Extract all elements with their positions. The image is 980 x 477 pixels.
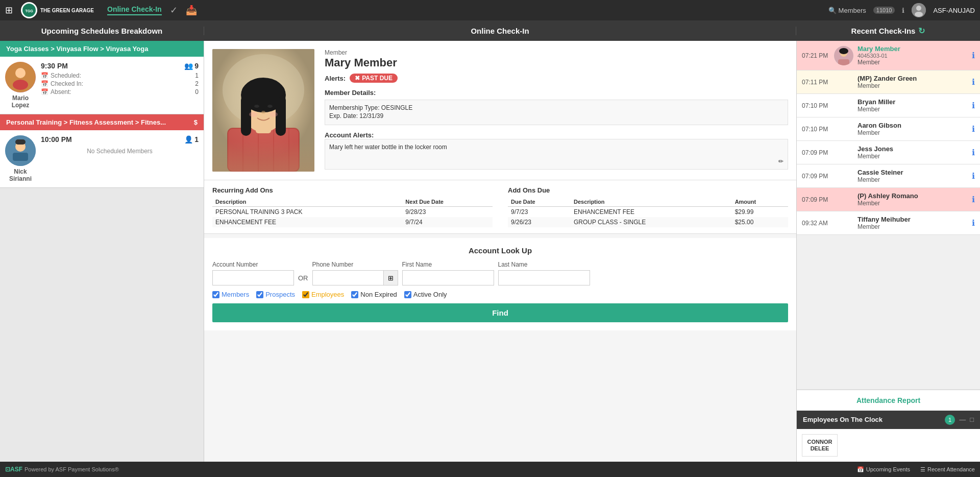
- inbox-icon[interactable]: 📥: [186, 5, 197, 16]
- member-profile-area: Member Mary Member Alerts: PAST DUE Memb…: [204, 41, 796, 180]
- svg-point-7: [13, 80, 28, 90]
- recent-attendance-button[interactable]: ☰ Recent Attendance: [920, 466, 975, 473]
- employees-minimize-icon[interactable]: —: [959, 416, 966, 423]
- info-icon-tiffany[interactable]: ℹ: [972, 218, 975, 228]
- active-only-checkbox-label: Active Only: [413, 291, 447, 298]
- edit-icon[interactable]: ✏: [778, 158, 783, 165]
- employees-checkbox-item[interactable]: Employees: [302, 291, 344, 298]
- account-alerts-text: Mary left her water bottle in the locker…: [329, 144, 447, 151]
- last-name-label: Last Name: [498, 261, 590, 268]
- first-name-field-group: First Name: [402, 261, 494, 285]
- svg-point-30: [270, 112, 278, 117]
- refresh-icon[interactable]: ↻: [918, 26, 925, 36]
- yoga-people: 👥 9: [184, 62, 199, 70]
- checkin-name-mary: Mary Member: [857, 45, 968, 53]
- info-icon-zander[interactable]: ℹ: [972, 77, 975, 87]
- details-table: Membership Type: OESINGLE Exp. Date: 12/…: [325, 100, 788, 125]
- upcoming-events-button[interactable]: 📅 Upcoming Events: [857, 466, 910, 473]
- active-only-checkbox[interactable]: [404, 291, 411, 298]
- past-due-badge: PAST DUE: [350, 74, 398, 83]
- membership-type-row: Membership Type: OESINGLE: [329, 104, 783, 111]
- checkin-name-aaron: Aaron Gibson: [857, 122, 968, 129]
- svg-point-27: [267, 105, 273, 108]
- active-only-checkbox-item[interactable]: Active Only: [404, 291, 447, 298]
- svg-point-3: [916, 6, 921, 11]
- employees-checkbox-label: Employees: [311, 291, 344, 298]
- find-button[interactable]: Find: [212, 303, 788, 322]
- employees-header: Employees On The Clock 1 — □: [797, 411, 980, 429]
- due-desc-header: Description: [571, 197, 732, 207]
- info-icon-bryan[interactable]: ℹ: [972, 101, 975, 110]
- info-icon-jess[interactable]: ℹ: [972, 148, 975, 157]
- employees-expand-icon[interactable]: □: [970, 416, 974, 423]
- exp-date-row: Exp. Date: 12/31/39: [329, 112, 783, 120]
- members-search[interactable]: 🔍 Members: [828, 7, 866, 14]
- info-icon-aaron[interactable]: ℹ: [972, 124, 975, 134]
- grid-menu-icon[interactable]: ⊞: [5, 5, 13, 16]
- member-details-section: Member Details: Membership Type: OESINGL…: [325, 89, 788, 125]
- asf-logo-icon: ⊡ASF: [5, 466, 22, 473]
- checkin-role-mary: Member: [857, 59, 968, 66]
- checkin-time-mary: 07:21 PM: [802, 52, 830, 59]
- mario-name: MarioLopez: [5, 94, 36, 109]
- nick-avatar-wrap: NickSirianni: [5, 135, 36, 182]
- account-alerts-section: Account Alerts: Mary left her water bott…: [325, 131, 788, 170]
- checkin-info-ashley: (P) Ashley Romano Member: [857, 192, 968, 207]
- calendar-icon: 📅: [41, 72, 48, 79]
- info-icon-cassie[interactable]: ℹ: [972, 171, 975, 181]
- table-row: PERSONAL TRAINING 3 PACK 9/28/23: [212, 207, 493, 218]
- employees-section: Employees On The Clock 1 — □ CONNORDELEE: [797, 411, 980, 462]
- lookup-fields: Account Number OR Phone Number ⊞ First N…: [212, 261, 788, 285]
- checkin-item-tiffany: 09:32 AM Tiffany Meihuber Member ℹ: [797, 211, 980, 235]
- schedule-card-personal: Personal Training > Fitness Assessment >…: [0, 114, 204, 188]
- mario-avatar: [5, 62, 36, 92]
- phone-number-input[interactable]: [312, 270, 384, 285]
- non-expired-checkbox[interactable]: [351, 291, 358, 298]
- info-icon-ashley[interactable]: ℹ: [972, 195, 975, 204]
- addons-due-table: Due Date Description Amount 9/7/23 ENHAN…: [508, 197, 788, 227]
- checkin-role-zander: Member: [857, 82, 968, 89]
- table-row: ENHANCEMENT FEE 9/7/24: [212, 217, 493, 227]
- people-icon: 👥: [184, 62, 193, 70]
- user-avatar[interactable]: [912, 3, 926, 17]
- nick-avatar: [5, 135, 36, 166]
- recurring-addons-heading: Recurring Add Ons: [212, 186, 493, 194]
- personal-card-header[interactable]: Personal Training > Fitness Assessment >…: [0, 114, 204, 130]
- last-name-input[interactable]: [498, 270, 590, 285]
- checkin-name-cassie: Cassie Steiner: [857, 169, 968, 176]
- due-row2-desc: GROUP CLASS - SINGLE: [571, 217, 732, 227]
- first-name-input[interactable]: [402, 270, 494, 285]
- nick-name: NickSirianni: [5, 168, 36, 182]
- phone-input-wrap: ⊞: [312, 270, 398, 285]
- checkin-name-ashley: (P) Ashley Romano: [857, 192, 968, 200]
- non-expired-checkbox-item[interactable]: Non Expired: [351, 291, 397, 298]
- active-nav-link[interactable]: Online Check-In: [107, 5, 162, 15]
- member-count-badge: 11010: [873, 7, 895, 14]
- checkin-name-jess: Jess Jones: [857, 145, 968, 153]
- employees-checkbox[interactable]: [302, 291, 309, 298]
- members-checkbox-item[interactable]: Members: [212, 291, 249, 298]
- checkmark-icon[interactable]: ✓: [170, 5, 178, 16]
- svg-rect-14: [228, 128, 299, 172]
- left-section-header: Upcoming Schedules Breakdown: [0, 27, 204, 35]
- yoga-card-header[interactable]: Yoga Classes > Vinyasa Flow > Vinyasa Yo…: [0, 41, 204, 57]
- employees-count: 1: [945, 415, 955, 425]
- checkin-info-mary: Mary Member 4045303-01 Member: [857, 45, 968, 66]
- personal-people: 👤 1: [184, 135, 199, 144]
- mario-avatar-placeholder: [5, 62, 36, 92]
- prospects-checkbox[interactable]: [256, 291, 263, 298]
- members-checkbox[interactable]: [212, 291, 219, 298]
- prospects-checkbox-item[interactable]: Prospects: [256, 291, 295, 298]
- yoga-checkedin-row: 📅 Checked In: 2: [41, 80, 199, 87]
- checkin-time-aaron: 07:10 PM: [802, 126, 830, 133]
- phone-lookup-button[interactable]: ⊞: [384, 270, 398, 285]
- attendance-report-button[interactable]: Attendance Report: [797, 389, 980, 411]
- bottom-bar: ⊡ASF Powered by ASF Payment Solutions® 📅…: [0, 462, 980, 477]
- info-icon-mary[interactable]: ℹ: [972, 51, 975, 60]
- member-details-heading: Member Details:: [325, 89, 788, 97]
- yoga-header-text: Yoga Classes > Vinyasa Flow > Vinyasa Yo…: [6, 45, 148, 53]
- account-number-input[interactable]: [212, 270, 294, 285]
- checkin-name-zander: (MP) Zander Green: [857, 75, 968, 82]
- right-panel: 07:21 PM Mary Member 4045303-01 Member ℹ: [796, 41, 980, 462]
- alerts-label: Alerts:: [325, 75, 346, 82]
